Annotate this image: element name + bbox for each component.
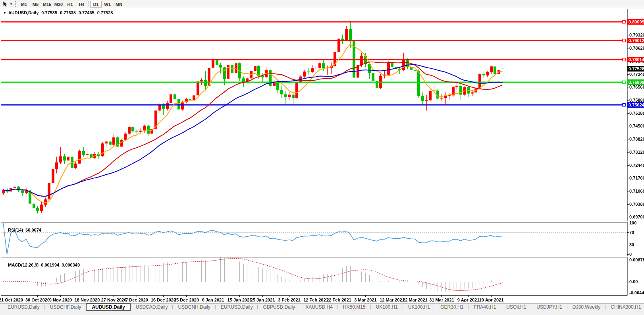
chart-canvas[interactable] — [0, 9, 644, 303]
macd-indicator-label: MACD(12,26,9)0.0019940.000349 — [3, 258, 82, 272]
timeframe-button-d1[interactable]: D1 — [90, 1, 102, 8]
chart-tab-bar: EURUSD,Daily USDCHF,Daily AUDUSD,Daily U… — [0, 303, 644, 311]
timeframe-button-m1[interactable]: M1 — [18, 1, 30, 8]
macd-signal: 0.000349 — [62, 263, 80, 267]
status-bar — [0, 311, 644, 315]
macd-name: MACD(12,26,9) — [8, 263, 39, 267]
toolbar-grip[interactable] — [15, 1, 16, 7]
timeframe-button-h4[interactable]: H4 — [76, 1, 87, 8]
tab-usdjpy-h1[interactable]: USDJPY,H1 — [531, 303, 567, 311]
symbol-dropdown-caret[interactable]: ▼ — [3, 11, 6, 15]
tab-fra40-h1[interactable]: FRA40,H1 — [469, 303, 501, 311]
tab-usoil-h1[interactable]: USOil,H1 — [501, 303, 531, 311]
timeframe-button-h1[interactable]: H1 — [64, 1, 76, 8]
timeframe-button-m15[interactable]: M15 — [41, 1, 53, 8]
tab-usdchf-daily[interactable]: USDCHF,Daily — [45, 303, 87, 311]
tab-audusd-daily[interactable]: AUDUSD,Daily — [86, 303, 130, 311]
timeframe-toolbar: ▼ M1 M5 M15 M30 H1 H4 D1 W1 MN — [0, 0, 644, 8]
tab-xauusd-h4[interactable]: XAUUSD,H4 — [300, 303, 338, 311]
tab-eurusd-daily-1[interactable]: EURUSD,Daily — [2, 303, 45, 311]
ohlc-high: 0.77638 — [60, 10, 76, 15]
chart-title[interactable]: ▼ AUDUSD,Daily 0.77535 0.77638 0.77465 0… — [3, 10, 113, 15]
timeframe-button-mn[interactable]: MN — [113, 1, 125, 8]
ohlc-close: 0.77528 — [97, 10, 113, 15]
cursor-tool-icon[interactable] — [2, 1, 9, 7]
tab-hk50-m15[interactable]: HK50,M15 — [338, 303, 371, 311]
tab-usdcad-daily[interactable]: USDCAD,Daily — [131, 303, 173, 311]
macd-main: 0.001994 — [41, 263, 59, 267]
tab-ger30-h1[interactable]: GER30,H1 — [435, 303, 469, 311]
ohlc-low: 0.77465 — [79, 10, 94, 15]
tab-china300-h1[interactable]: CHINA300,H1 — [605, 303, 644, 311]
tab-uk100-h1-2[interactable]: UK100,H1 — [403, 303, 435, 311]
tab-dj30-weekly[interactable]: DJ30,Weekly — [567, 303, 605, 311]
ohlc-open: 0.77535 — [41, 10, 57, 15]
rsi-name: RSI(14) — [8, 228, 23, 232]
chart-symbol: AUDUSD,Daily — [8, 10, 39, 15]
timeframe-button-m5[interactable]: M5 — [30, 1, 41, 8]
timeframe-button-m30[interactable]: M30 — [53, 1, 64, 8]
trading-app-window: ▼ M1 M5 M15 M30 H1 H4 D1 W1 MN ▼ AUDUSD,… — [0, 0, 644, 315]
rsi-value: 60.0674 — [25, 228, 41, 232]
toolbar-divider — [89, 1, 89, 7]
tab-usdcnh-daily[interactable]: USDCNH,Daily — [173, 303, 215, 311]
tab-gbpusd-daily[interactable]: GBPUSD,Daily — [258, 303, 300, 311]
tab-uk100-h1-1[interactable]: UK100,H1 — [371, 303, 403, 311]
tab-eurusd-daily-2[interactable]: EURUSD,Daily — [216, 303, 258, 311]
tool-dropdown-caret[interactable]: ▼ — [9, 2, 13, 6]
timeframe-button-w1[interactable]: W1 — [102, 1, 113, 8]
rsi-indicator-label: RSI(14)60.0674 — [3, 223, 44, 237]
